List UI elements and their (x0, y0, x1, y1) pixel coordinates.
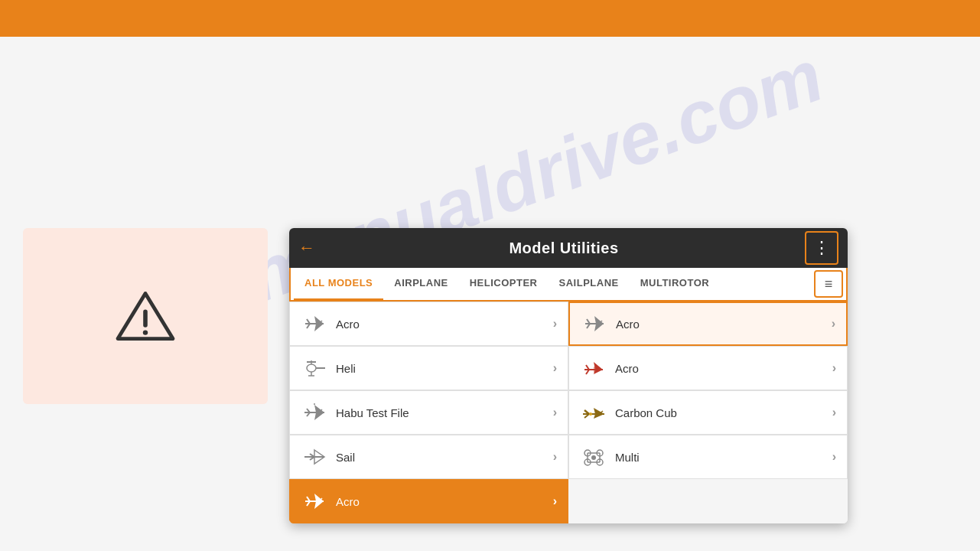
sail-icon (301, 443, 328, 471)
tab-multirotor[interactable]: MULTIROTOR (630, 267, 720, 301)
chevron-icon: › (553, 317, 557, 331)
list-view-button[interactable]: ≡ (814, 270, 843, 298)
list-item[interactable]: Carbon Cub › (568, 390, 848, 435)
acro-icon (581, 310, 608, 337)
chevron-icon: › (832, 406, 836, 419)
list-item[interactable]: Heli › (289, 346, 568, 390)
chevron-icon: › (553, 450, 557, 464)
habu-icon (301, 399, 328, 426)
tab-all-models[interactable]: ALL MODELS (294, 267, 383, 301)
svg-point-48 (591, 455, 596, 460)
list-item[interactable]: Acro › (568, 346, 848, 390)
empty-cell (568, 479, 848, 523)
model-name: Acro (616, 318, 832, 331)
model-utilities-dialog: ← Model Utilities ⋮ ALL MODELS AIRPLANE … (289, 228, 848, 523)
model-name: Carbon Cub (615, 406, 832, 419)
model-name: Habu Test File (336, 406, 553, 419)
list-item[interactable]: Acro › (289, 302, 568, 346)
list-item[interactable]: Habu Test File › (289, 390, 568, 435)
svg-point-2 (143, 330, 148, 334)
svg-point-13 (307, 364, 316, 372)
model-name: Multi (615, 451, 832, 464)
warning-icon (115, 285, 176, 347)
chevron-icon: › (553, 361, 557, 375)
tab-helicopter[interactable]: HELICOPTER (459, 267, 549, 301)
model-name: Acro (615, 362, 832, 375)
model-name: Heli (336, 362, 553, 375)
list-item[interactable]: Sail › (289, 435, 568, 479)
chevron-icon: › (832, 361, 836, 375)
top-bar (0, 0, 980, 37)
list-view-icon: ≡ (825, 276, 833, 292)
dialog-header: ← Model Utilities ⋮ (289, 228, 848, 268)
chevron-icon: › (553, 494, 557, 508)
warning-panel (23, 228, 268, 404)
tab-airplane[interactable]: AIRPLANE (383, 267, 458, 301)
carbon-cub-icon (580, 399, 607, 426)
acro-color-icon (580, 354, 607, 382)
model-grid: Acro › Acro › (289, 302, 848, 523)
chevron-icon: › (832, 450, 836, 464)
list-item[interactable]: Acro › (568, 302, 848, 346)
model-name: Acro (336, 495, 553, 508)
chevron-icon: › (553, 406, 557, 419)
acro-selected-icon (301, 487, 328, 515)
menu-button[interactable]: ⋮ (805, 231, 838, 265)
multi-icon (580, 443, 607, 471)
heli-icon (301, 354, 328, 382)
list-item[interactable]: Acro › (289, 479, 568, 523)
svg-point-35 (589, 412, 592, 416)
back-button[interactable]: ← (298, 240, 315, 256)
tab-sailplane[interactable]: SAILPLANE (549, 267, 630, 301)
dialog-title: Model Utilities (323, 240, 805, 257)
model-name: Sail (336, 451, 553, 464)
list-item[interactable]: Multi › (568, 435, 848, 479)
acro-icon (301, 310, 328, 337)
filter-tabs: ALL MODELS AIRPLANE HELICOPTER SAILPLANE… (289, 268, 848, 302)
chevron-icon: › (832, 317, 835, 331)
model-name: Acro (336, 318, 553, 331)
